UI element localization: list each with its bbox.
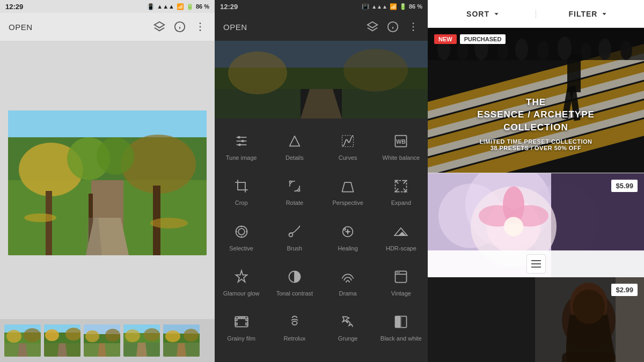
svg-point-59: [413, 23, 414, 24]
preview-image: [215, 41, 428, 119]
stack-icon-2[interactable]: [367, 21, 378, 33]
tool-tonal-contrast[interactable]: Tonal contrast: [268, 262, 321, 302]
svg-marker-96: [236, 270, 247, 282]
vibrate-icon-2: 📳: [362, 3, 369, 10]
tool-tune-image[interactable]: Tune image: [215, 126, 268, 167]
store-header: SORT FILTER: [428, 0, 644, 28]
svg-marker-0: [155, 22, 164, 28]
tool-retrolux[interactable]: Retrolux: [268, 307, 321, 348]
filter-button[interactable]: FILTER: [536, 10, 635, 18]
expand-icon: [391, 176, 411, 196]
svg-point-61: [413, 29, 414, 31]
svg-marker-55: [368, 22, 377, 28]
preset-store-panel: SORT FILTER: [428, 0, 644, 362]
menu-line-1: [531, 260, 541, 261]
tool-glamour-glow[interactable]: Glamour glow: [215, 262, 268, 302]
tool-hdr-scape[interactable]: HDR-scape: [375, 217, 428, 257]
price-badge-1: $5.99: [611, 180, 638, 192]
svg-point-41: [85, 330, 99, 342]
tool-grunge[interactable]: Grunge: [321, 307, 375, 348]
tune-image-icon: [232, 131, 251, 151]
toolbar-icons-2: [367, 21, 419, 33]
svg-rect-17: [46, 191, 52, 255]
svg-point-82: [238, 228, 245, 235]
tool-black-and-white[interactable]: Black and white: [375, 307, 428, 348]
store-content: NEW PURCHASED THEESSENCE / ARCHETYPECOLL…: [428, 28, 644, 362]
crop-label: Crop: [235, 199, 248, 206]
main-photo-container: [8, 110, 207, 255]
tools-row-2: Crop Rotate Perspective Ex: [215, 169, 428, 214]
battery-percent-2: 86 %: [409, 3, 422, 10]
vibrate-icon: 📳: [147, 3, 155, 10]
white-balance-label: White balance: [383, 154, 420, 161]
battery-icon: 🔋: [186, 3, 194, 10]
svg-rect-159: [562, 352, 616, 362]
svg-rect-106: [246, 319, 248, 321]
tool-grainy-film[interactable]: Grainy film: [215, 307, 268, 348]
brush-icon: [285, 222, 304, 241]
thumbnail-2[interactable]: [44, 324, 80, 357]
tool-details[interactable]: Details: [268, 126, 321, 167]
info-icon-2[interactable]: [387, 21, 399, 33]
tool-vintage[interactable]: Vintage: [375, 262, 428, 302]
retrolux-label: Retrolux: [283, 335, 305, 342]
more-icon-2[interactable]: [407, 21, 419, 33]
menu-line-2: [531, 263, 541, 264]
svg-marker-28: [18, 343, 27, 357]
thumbnail-3[interactable]: [84, 324, 120, 357]
grainy-film-icon: [232, 312, 251, 331]
tools-row-5: Grainy film Retrolux Grunge: [215, 305, 428, 350]
tune-image-label: Tune image: [226, 154, 257, 161]
photo-viewer-panel: 12:29 📳 ▲▲▲ 📶 🔋 86 % OPEN: [0, 0, 215, 362]
tool-selective[interactable]: Selective: [215, 217, 268, 257]
selective-icon: [232, 222, 251, 241]
white-balance-icon: WB: [391, 131, 411, 151]
grainy-film-label: Grainy film: [227, 335, 255, 342]
expand-label: Expand: [391, 199, 411, 206]
thumbnail-4[interactable]: [123, 324, 160, 357]
preset-card-essence[interactable]: NEW PURCHASED THEESSENCE / ARCHETYPECOLL…: [428, 28, 644, 173]
svg-point-74: [241, 140, 244, 143]
preset-card-portrait[interactable]: $2.99: [428, 277, 644, 362]
svg-point-48: [144, 328, 160, 341]
svg-rect-108: [238, 317, 239, 319]
stack-icon[interactable]: [153, 21, 165, 33]
details-icon: [285, 131, 304, 151]
tool-expand[interactable]: Expand: [375, 171, 428, 212]
tool-rotate[interactable]: Rotate: [268, 171, 321, 212]
sort-label: SORT: [466, 10, 489, 18]
svg-rect-113: [396, 316, 401, 328]
wifi-icon-2: 📶: [390, 3, 397, 10]
open-button-2[interactable]: OPEN: [223, 23, 247, 32]
tool-crop[interactable]: Crop: [215, 171, 268, 212]
tool-drama[interactable]: Drama: [321, 262, 375, 302]
park-scene: [8, 110, 207, 255]
preset-card-floral[interactable]: $5.99: [428, 173, 644, 277]
menu-icon-button[interactable]: [526, 254, 546, 274]
svg-point-92: [347, 230, 349, 233]
svg-point-54: [184, 329, 199, 342]
svg-marker-116: [603, 13, 606, 15]
tools-row-3: Selective Brush Healing HD: [215, 215, 428, 260]
svg-point-68: [228, 51, 287, 94]
svg-point-83: [236, 226, 247, 237]
open-button-1[interactable]: OPEN: [9, 23, 33, 32]
svg-point-102: [399, 272, 400, 273]
tools-row-4: Glamour glow Tonal contrast Drama: [215, 260, 428, 305]
tool-perspective[interactable]: Perspective: [321, 171, 375, 212]
more-icon[interactable]: [194, 21, 206, 33]
svg-point-69: [343, 49, 408, 92]
info-icon[interactable]: [174, 21, 186, 33]
svg-rect-109: [240, 317, 241, 319]
toolbar-icons-1: [153, 21, 206, 33]
svg-rect-67: [342, 89, 428, 119]
sort-button[interactable]: SORT: [436, 10, 536, 18]
svg-point-101: [397, 272, 398, 273]
thumbnail-1[interactable]: [4, 324, 41, 357]
tool-curves[interactable]: Curves: [321, 126, 375, 167]
tool-healing[interactable]: Healing: [321, 217, 375, 257]
tool-brush[interactable]: Brush: [268, 217, 321, 257]
toolbar-2: OPEN: [215, 13, 428, 41]
thumbnail-5[interactable]: [163, 324, 200, 357]
tool-white-balance[interactable]: WB White balance: [375, 126, 428, 167]
